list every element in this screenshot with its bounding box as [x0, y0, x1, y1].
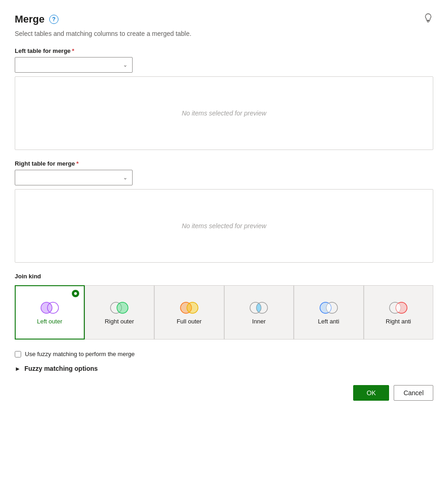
right-anti-venn-icon: [386, 300, 410, 315]
page-title: Merge: [15, 13, 45, 25]
join-kind-section: Join kind Left outer Right outer: [15, 273, 433, 340]
right-outer-label: Right outer: [105, 318, 134, 326]
header-row: Merge ?: [15, 13, 433, 25]
ok-button[interactable]: OK: [353, 385, 389, 401]
join-option-left-outer[interactable]: Left outer: [15, 285, 85, 340]
full-outer-label: Full outer: [177, 318, 202, 326]
inner-label: Inner: [252, 318, 266, 326]
join-option-inner[interactable]: Inner: [224, 285, 294, 340]
fuzzy-options-row[interactable]: ► Fuzzy matching options: [15, 365, 433, 372]
title-area: Merge ?: [15, 13, 58, 25]
inner-venn-icon: [247, 300, 271, 315]
right-table-required: *: [76, 160, 79, 167]
left-table-required: *: [72, 47, 74, 54]
svg-point-3: [117, 302, 128, 313]
left-table-preview: No items selected for preview: [15, 76, 433, 150]
left-anti-venn-icon: [317, 300, 341, 315]
fuzzy-options-chevron-icon: ►: [15, 365, 21, 372]
left-table-dropdown[interactable]: ⌄: [15, 57, 133, 73]
full-outer-venn-icon: [177, 300, 201, 315]
fuzzy-options-label: Fuzzy matching options: [24, 365, 98, 372]
cancel-button[interactable]: Cancel: [394, 385, 433, 401]
right-anti-label: Right anti: [386, 318, 411, 326]
help-icon[interactable]: ?: [49, 15, 58, 24]
right-table-chevron-icon: ⌄: [123, 174, 128, 181]
fuzzy-checkbox[interactable]: [15, 351, 21, 357]
left-table-section: Left table for merge* ⌄ No items selecte…: [15, 47, 433, 150]
join-kind-label: Join kind: [15, 273, 433, 280]
right-table-label: Right table for merge*: [15, 160, 433, 167]
join-options: Left outer Right outer Full outer: [15, 285, 433, 340]
join-option-right-outer[interactable]: Right outer: [85, 285, 155, 340]
subtitle: Select tables and matching columns to cr…: [15, 30, 433, 37]
right-table-dropdown[interactable]: ⌄: [15, 170, 133, 185]
left-table-label: Left table for merge*: [15, 47, 433, 54]
fuzzy-checkbox-row[interactable]: Use fuzzy matching to perform the merge: [15, 351, 433, 357]
right-table-section: Right table for merge* ⌄ No items select…: [15, 160, 433, 263]
fuzzy-checkbox-label: Use fuzzy matching to perform the merge: [25, 351, 134, 357]
left-anti-label: Left anti: [318, 318, 339, 326]
join-option-left-anti[interactable]: Left anti: [294, 285, 364, 340]
right-outer-venn-icon: [107, 300, 131, 315]
left-outer-venn-icon: [38, 300, 62, 315]
lightbulb-icon[interactable]: [423, 13, 433, 25]
merge-dialog: Merge ? Select tables and matching colum…: [0, 0, 448, 414]
svg-point-5: [187, 302, 198, 313]
footer-buttons: OK Cancel: [15, 385, 433, 401]
svg-point-0: [41, 302, 52, 313]
selected-indicator: [72, 290, 79, 297]
join-option-full-outer[interactable]: Full outer: [154, 285, 224, 340]
left-outer-label: Left outer: [37, 318, 62, 326]
join-option-right-anti[interactable]: Right anti: [364, 285, 434, 340]
left-table-chevron-icon: ⌄: [123, 62, 128, 68]
right-table-preview: No items selected for preview: [15, 189, 433, 263]
